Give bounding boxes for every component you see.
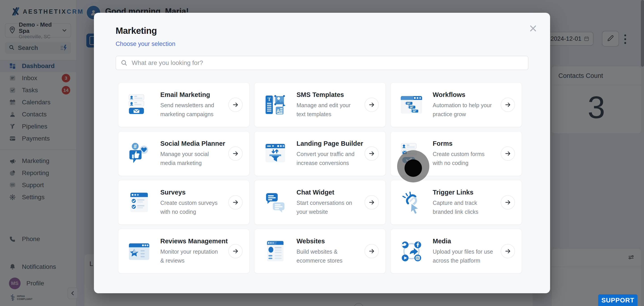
surveys-icon [124, 187, 154, 217]
feature-card-grid: Email Marketing Send newsletters and mar… [118, 82, 522, 273]
websites-icon [260, 236, 290, 266]
modal-subtitle: Choose your selection [116, 41, 175, 48]
feature-card-title: Forms [433, 140, 497, 147]
arrow-right-icon[interactable] [228, 146, 242, 161]
feature-card-landing-page-builder[interactable]: Landing Page Builder Convert your traffi… [254, 131, 386, 176]
arrow-right-icon[interactable] [501, 244, 515, 258]
feature-card-description: Send newsletters and marketing campaigns [160, 101, 222, 119]
feature-card-title: Social Media Planner [160, 140, 224, 147]
feature-card-title: Surveys [160, 189, 224, 196]
close-icon[interactable] [528, 24, 538, 33]
arrow-right-icon[interactable] [501, 146, 515, 161]
feature-card-title: Trigger Links [433, 189, 497, 196]
arrow-right-icon[interactable] [228, 195, 242, 209]
feature-card-email-marketing[interactable]: Email Marketing Send newsletters and mar… [118, 82, 250, 127]
search-icon [120, 59, 128, 67]
workflows-icon [396, 90, 426, 120]
support-button[interactable]: SUPPORT [598, 294, 638, 306]
feature-card-forms[interactable]: Forms Create custom forms with no coding [390, 131, 522, 176]
feature-card-description: Automation to help your practice grow [433, 101, 494, 119]
feature-card-description: Create custom surveys with no coding [160, 198, 222, 216]
feature-card-websites[interactable]: Websites Build websites & ecommerce stor… [254, 229, 386, 273]
modal-search-input[interactable] [131, 59, 524, 67]
feature-card-title: Email Marketing [160, 91, 224, 99]
feature-card-sms-templates[interactable]: T A SMS Templates Manage and edit your t… [254, 82, 386, 127]
feature-card-description: Convert your traffic and increase conver… [296, 150, 358, 167]
feature-card-title: Workflows [433, 91, 497, 99]
feature-card-surveys[interactable]: Surveys Create custom surveys with no co… [118, 180, 250, 225]
marketing-modal: Marketing Choose your selection Email Ma… [94, 13, 550, 293]
arrow-right-icon[interactable] [501, 195, 515, 209]
feature-card-workflows[interactable]: Workflows Automation to help your practi… [390, 82, 522, 127]
svg-text:T: T [268, 96, 271, 102]
feature-card-title: SMS Templates [296, 91, 360, 99]
modal-title: Marketing [116, 26, 157, 36]
feature-card-media[interactable]: Media Upload your files for use across t… [390, 229, 522, 273]
sms-templates-icon: T A [260, 90, 290, 120]
feature-card-title: Websites [296, 237, 360, 245]
reviews-icon [124, 236, 154, 266]
feature-card-social-media-planner[interactable]: # Social Media Planner Manage your socia… [118, 131, 250, 176]
feature-card-trigger-links[interactable]: Trigger Links Capture and track branded … [390, 180, 522, 225]
modal-search-bar [116, 56, 528, 70]
feature-card-title: Media [433, 237, 497, 245]
feature-card-chat-widget[interactable]: Chat Widget Start conversations on your … [254, 180, 386, 225]
arrow-right-icon[interactable] [228, 244, 242, 258]
feature-card-description: Build websites & ecommerce stores [296, 247, 358, 265]
feature-card-description: Upload your files for use across the pla… [433, 247, 494, 265]
feature-card-description: Start conversations on your website [296, 198, 358, 216]
trigger-links-icon [396, 187, 426, 217]
feature-card-title: Landing Page Builder [296, 140, 360, 147]
arrow-right-icon[interactable] [501, 98, 515, 112]
arrow-right-icon[interactable] [364, 146, 379, 161]
feature-card-description: Create custom forms with no coding [433, 150, 494, 167]
landing-page-icon [260, 139, 290, 169]
svg-text:#: # [134, 143, 137, 149]
feature-card-description: Manage and edit your text templates [296, 101, 358, 119]
arrow-right-icon[interactable] [228, 98, 242, 112]
arrow-right-icon[interactable] [364, 195, 379, 209]
feature-card-title: Chat Widget [296, 189, 360, 196]
forms-icon [396, 139, 426, 169]
app-root: AESTHETIXCRM Demo - Med Spa Greenville, … [0, 0, 644, 306]
chat-widget-icon [260, 187, 290, 217]
feature-card-description: Monitor your reputation & reviews [160, 247, 222, 265]
feature-card-title: Reviews Management [160, 237, 224, 245]
arrow-right-icon[interactable] [364, 244, 379, 258]
svg-text:A: A [276, 108, 280, 114]
arrow-right-icon[interactable] [364, 98, 379, 112]
media-icon [396, 236, 426, 266]
feature-card-reviews-management[interactable]: Reviews Management Monitor your reputati… [118, 229, 250, 273]
email-marketing-icon [124, 90, 154, 120]
feature-card-description: Capture and track branded link clicks [433, 198, 494, 216]
feature-card-description: Manage your social media marketing [160, 150, 222, 167]
social-media-icon: # [124, 139, 154, 169]
